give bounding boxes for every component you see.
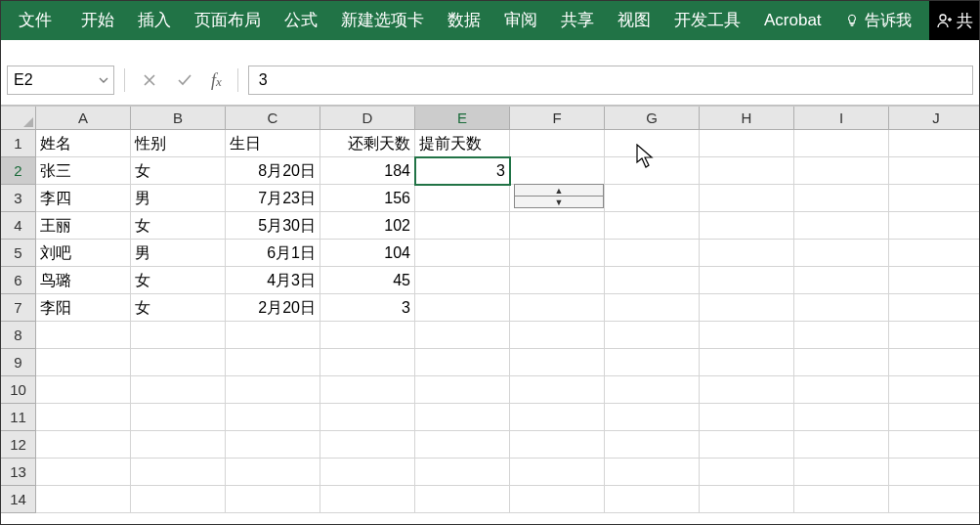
cell-E14[interactable]: [415, 486, 510, 513]
cell-F11[interactable]: [510, 404, 605, 431]
row-head-8[interactable]: 8: [1, 322, 36, 349]
cell-A11[interactable]: [36, 404, 131, 431]
cell-B10[interactable]: [131, 376, 226, 404]
cell-B5[interactable]: 男: [131, 240, 226, 267]
col-head-C[interactable]: C: [226, 107, 320, 130]
cell-A1[interactable]: 姓名: [36, 130, 131, 157]
cell-J11[interactable]: [889, 404, 980, 431]
cell-D2[interactable]: 184: [320, 157, 415, 185]
tab-view[interactable]: 视图: [606, 1, 662, 40]
col-head-G[interactable]: G: [605, 107, 700, 130]
cell-J5[interactable]: [889, 240, 980, 267]
formula-input[interactable]: 3: [248, 66, 973, 95]
cell-A14[interactable]: [36, 486, 131, 513]
tab-new-tab[interactable]: 新建选项卡: [329, 1, 436, 40]
cell-C2[interactable]: 8月20日: [226, 157, 320, 185]
cell-H2[interactable]: [700, 157, 794, 185]
cell-I14[interactable]: [794, 486, 889, 513]
cell-B6[interactable]: 女: [131, 267, 226, 294]
tab-page-layout[interactable]: 页面布局: [183, 1, 273, 40]
cell-C3[interactable]: 7月23日: [226, 185, 320, 212]
cell-I7[interactable]: [794, 294, 889, 322]
cell-B7[interactable]: 女: [131, 294, 226, 322]
col-head-J[interactable]: J: [889, 107, 980, 130]
cell-J9[interactable]: [889, 349, 980, 376]
cell-C8[interactable]: [226, 322, 320, 349]
cell-G4[interactable]: [605, 212, 700, 240]
cell-B3[interactable]: 男: [131, 185, 226, 212]
cell-H3[interactable]: [700, 185, 794, 212]
cell-C13[interactable]: [226, 459, 320, 486]
cell-I2[interactable]: [794, 157, 889, 185]
cell-E13[interactable]: [415, 459, 510, 486]
tab-home[interactable]: 开始: [69, 1, 126, 40]
tab-acrobat[interactable]: Acrobat: [752, 1, 833, 40]
cell-C9[interactable]: [226, 349, 320, 376]
cell-I4[interactable]: [794, 212, 889, 240]
cell-B13[interactable]: [131, 459, 226, 486]
cell-F1[interactable]: [510, 130, 605, 157]
cell-G11[interactable]: [605, 404, 700, 431]
tab-insert[interactable]: 插入: [126, 1, 183, 40]
cell-I11[interactable]: [794, 404, 889, 431]
tab-file[interactable]: 文件: [1, 1, 69, 40]
cell-F5[interactable]: [510, 240, 605, 267]
cell-I13[interactable]: [794, 459, 889, 486]
cell-D3[interactable]: 156: [320, 185, 415, 212]
cell-G2[interactable]: [605, 157, 700, 185]
cell-J12[interactable]: [889, 431, 980, 459]
tab-review[interactable]: 审阅: [492, 1, 549, 40]
cell-B12[interactable]: [131, 431, 226, 459]
name-box[interactable]: E2: [7, 66, 114, 95]
cell-G13[interactable]: [605, 459, 700, 486]
cell-H1[interactable]: [700, 130, 794, 157]
cell-A7[interactable]: 李阳: [36, 294, 131, 322]
tell-me-search[interactable]: 告诉我: [833, 11, 923, 31]
fx-icon[interactable]: fx: [205, 70, 228, 91]
confirm-button[interactable]: [170, 66, 199, 94]
col-head-F[interactable]: F: [510, 107, 605, 130]
share-right-button[interactable]: 共: [929, 1, 979, 40]
col-head-A[interactable]: A: [36, 107, 131, 130]
cell-H11[interactable]: [700, 404, 794, 431]
cell-H10[interactable]: [700, 376, 794, 404]
cell-F7[interactable]: [510, 294, 605, 322]
cell-I10[interactable]: [794, 376, 889, 404]
cell-H12[interactable]: [700, 431, 794, 459]
cell-D13[interactable]: [320, 459, 415, 486]
row-head-6[interactable]: 6: [1, 267, 36, 294]
cell-G7[interactable]: [605, 294, 700, 322]
cell-F4[interactable]: [510, 212, 605, 240]
cell-E1[interactable]: 提前天数: [415, 130, 510, 157]
cell-E10[interactable]: [415, 376, 510, 404]
cell-G1[interactable]: [605, 130, 700, 157]
cell-B8[interactable]: [131, 322, 226, 349]
cell-D14[interactable]: [320, 486, 415, 513]
cell-F13[interactable]: [510, 459, 605, 486]
row-head-5[interactable]: 5: [1, 240, 36, 267]
cell-I1[interactable]: [794, 130, 889, 157]
cell-I12[interactable]: [794, 431, 889, 459]
tab-share[interactable]: 共享: [549, 1, 606, 40]
col-head-D[interactable]: D: [320, 107, 415, 130]
cell-J3[interactable]: [889, 185, 980, 212]
cell-F14[interactable]: [510, 486, 605, 513]
col-head-E[interactable]: E: [415, 107, 510, 130]
cell-G6[interactable]: [605, 267, 700, 294]
cell-C14[interactable]: [226, 486, 320, 513]
cell-J14[interactable]: [889, 486, 980, 513]
spinner-down-icon[interactable]: ▼: [515, 197, 603, 207]
tab-data[interactable]: 数据: [436, 1, 492, 40]
cell-D11[interactable]: [320, 404, 415, 431]
cell-D12[interactable]: [320, 431, 415, 459]
cell-J8[interactable]: [889, 322, 980, 349]
cell-A12[interactable]: [36, 431, 131, 459]
cell-E7[interactable]: [415, 294, 510, 322]
tab-formulas[interactable]: 公式: [273, 1, 329, 40]
cell-J7[interactable]: [889, 294, 980, 322]
cell-C6[interactable]: 4月3日: [226, 267, 320, 294]
cell-E2[interactable]: 3: [415, 157, 510, 185]
chevron-down-icon[interactable]: [98, 72, 109, 90]
cell-G5[interactable]: [605, 240, 700, 267]
col-head-B[interactable]: B: [131, 107, 226, 130]
